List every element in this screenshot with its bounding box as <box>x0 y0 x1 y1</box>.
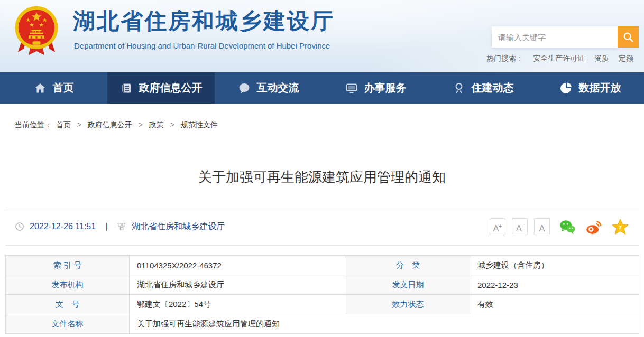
nav-item-label: 互动交流 <box>257 81 299 95</box>
nav-item-gov-info[interactable]: 政府信息公开 <box>107 72 215 104</box>
wechat-share-icon[interactable] <box>558 218 576 236</box>
breadcrumb-gov-info[interactable]: 政府信息公开 <box>88 120 132 129</box>
china-national-emblem <box>12 4 61 57</box>
search-button[interactable] <box>618 26 639 48</box>
field-value-validity: 有效 <box>470 295 639 314</box>
field-label-validity: 效力状态 <box>346 295 470 314</box>
field-value-doc-no: 鄂建文〔2022〕54号 <box>130 295 346 314</box>
breadcrumb-separator: > <box>77 120 81 129</box>
nav-item-home[interactable]: 首页 <box>0 72 107 104</box>
document-info-table: 索 引 号 01104325X/2022-46372 分 类 城乡建设（含住房）… <box>5 255 639 334</box>
breadcrumb: 当前位置： 首页 > 政府信息公开 > 政策 > 规范性文件 <box>15 120 644 130</box>
font-reset-button[interactable]: A <box>534 218 550 235</box>
clock-icon <box>15 222 24 231</box>
monitor-icon <box>345 82 358 95</box>
breadcrumb-policy[interactable]: 政策 <box>149 120 164 129</box>
badge-icon <box>453 82 465 95</box>
site-header: 湖北省住房和城乡建设厅 Department of Housing and Ur… <box>0 0 644 72</box>
field-label-category: 分 类 <box>346 256 470 275</box>
search-icon <box>622 31 634 43</box>
article-title: 关于加强可再生能源建筑应用管理的通知 <box>0 168 644 186</box>
field-value-index-no: 01104325X/2022-46372 <box>130 256 346 275</box>
field-label-issuer: 发布机构 <box>6 275 130 295</box>
nav-item-label: 数据开放 <box>579 81 621 95</box>
article-meta-left: 2022-12-26 11:51 | 湖北省住房和城乡建设厅 <box>15 221 225 232</box>
field-value-doc-title: 关于加强可再生能源建筑应用管理的通知 <box>130 314 639 334</box>
article-meta-right: A+ A- A z <box>490 218 629 236</box>
home-icon <box>34 82 47 95</box>
nav-item-news[interactable]: 住建动态 <box>429 72 537 104</box>
table-row: 文件名称 关于加强可再生能源建筑应用管理的通知 <box>6 314 639 334</box>
font-smaller-button[interactable]: A- <box>512 218 528 235</box>
hot-search: 热门搜索： 安全生产许可证 资质 定额 <box>486 54 633 63</box>
nav-item-label: 住建动态 <box>472 81 514 95</box>
pie-chart-icon <box>560 82 573 95</box>
breadcrumb-separator: > <box>139 120 143 129</box>
hot-search-link-3[interactable]: 定额 <box>619 54 633 62</box>
breadcrumb-normative-docs[interactable]: 规范性文件 <box>181 120 218 129</box>
field-label-issue-date: 发文日期 <box>346 275 470 295</box>
table-row: 发布机构 湖北省住房和城乡建设厅 发文日期 2022-12-23 <box>6 275 639 295</box>
site-subtitle-en: Department of Housing and Urban-Rural De… <box>74 41 330 50</box>
table-row: 文 号 鄂建文〔2022〕54号 效力状态 有效 <box>6 295 639 314</box>
document-icon <box>120 82 133 95</box>
field-label-doc-no: 文 号 <box>6 295 130 314</box>
organization-icon <box>117 222 126 231</box>
meta-divider: | <box>105 222 107 231</box>
site-title: 湖北省住房和城乡建设厅 <box>73 6 335 36</box>
nav-item-label: 办事服务 <box>364 81 407 95</box>
article-source: 湖北省住房和城乡建设厅 <box>132 221 225 232</box>
main-nav: 首页 政府信息公开 互动交流 办事服务 住建动态 <box>0 72 644 104</box>
chat-icon <box>238 82 251 95</box>
nav-item-services[interactable]: 办事服务 <box>322 72 429 104</box>
font-larger-button[interactable]: A+ <box>490 218 505 235</box>
field-value-issuer: 湖北省住房和城乡建设厅 <box>130 275 346 295</box>
field-value-issue-date: 2022-12-23 <box>470 275 639 295</box>
breadcrumb-label: 当前位置： <box>15 120 52 129</box>
weibo-share-icon[interactable] <box>585 218 603 236</box>
field-value-category: 城乡建设（含住房） <box>470 256 639 275</box>
svg-text:z: z <box>619 224 621 230</box>
nav-item-open-data[interactable]: 数据开放 <box>537 72 644 104</box>
breadcrumb-separator: > <box>170 120 174 129</box>
table-row: 索 引 号 01104325X/2022-46372 分 类 城乡建设（含住房） <box>6 256 639 275</box>
article-meta-bar: 2022-12-26 11:51 | 湖北省住房和城乡建设厅 A+ A- A <box>5 208 639 246</box>
field-label-doc-title: 文件名称 <box>6 314 130 334</box>
nav-item-label: 政府信息公开 <box>139 81 203 95</box>
hot-search-link-2[interactable]: 资质 <box>594 54 609 62</box>
search-box <box>492 26 639 48</box>
nav-item-label: 首页 <box>53 81 74 95</box>
publish-time: 2022-12-26 11:51 <box>30 222 96 231</box>
hot-search-link-1[interactable]: 安全生产许可证 <box>533 54 585 62</box>
field-label-index-no: 索 引 号 <box>6 256 130 275</box>
hot-search-label: 热门搜索： <box>486 54 523 62</box>
nav-item-interaction[interactable]: 互动交流 <box>215 72 322 104</box>
breadcrumb-home[interactable]: 首页 <box>56 120 71 129</box>
search-input[interactable] <box>492 26 618 48</box>
qzone-star-share-icon[interactable]: z <box>611 218 629 236</box>
